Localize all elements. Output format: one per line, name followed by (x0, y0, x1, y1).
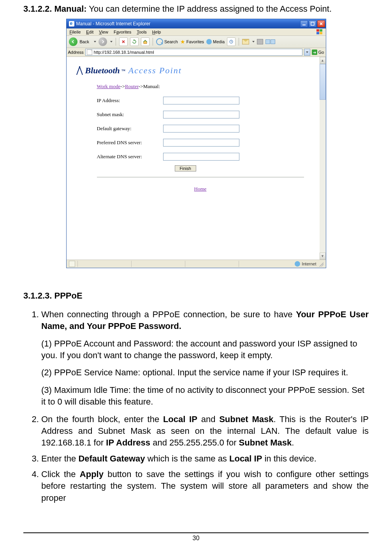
scroll-thumb[interactable] (320, 64, 326, 100)
search-label: Search (164, 39, 178, 44)
go-label: Go (318, 50, 324, 55)
heading-label: 3.1.2.2. Manual: (23, 4, 87, 14)
favorites-label: Favorites (186, 39, 204, 44)
address-dropdown-button[interactable] (304, 49, 310, 56)
scrollbar[interactable]: ▲ ▼ (320, 57, 326, 260)
back-label: Back (80, 39, 89, 44)
list-item: Click the Apply button to save the setti… (41, 468, 369, 504)
list-item: On the fourth block, enter the Local IP … (41, 414, 369, 449)
forward-dropdown-icon[interactable] (110, 41, 113, 42)
address-label: Address (68, 50, 84, 55)
forward-button[interactable] (98, 37, 107, 46)
windows-flag-icon (316, 29, 323, 35)
menu-file[interactable]: Fileiledocument.currentScript.previousEl… (70, 30, 81, 34)
brand-subtitle: Access Point (128, 65, 182, 76)
browser-viewport: Bluetooth™ Access Point Work mode->Route… (67, 57, 326, 260)
search-button[interactable]: Search (156, 38, 178, 45)
paragraph: (2) PPPoE Service Name: optional. Input … (41, 367, 369, 378)
stop-button[interactable] (119, 37, 128, 46)
status-done-icon (69, 261, 75, 267)
status-zone: Internet (302, 262, 316, 266)
menu-help[interactable]: Help (152, 30, 161, 34)
svg-rect-1 (311, 22, 314, 25)
back-button[interactable] (69, 37, 77, 46)
dns2-label: Alternate DNS server: (97, 154, 163, 160)
menu-view[interactable]: View (99, 30, 108, 34)
list-item: When connecting through a PPPoE connecti… (41, 309, 369, 332)
breadcrumb-router[interactable]: Router (125, 83, 139, 89)
window-titlebar: Manual - Microsoft Internet Explorer (67, 19, 326, 28)
toolbar: Back Search ★ Favorites Media (67, 36, 326, 48)
mail-dropdown-icon[interactable] (252, 41, 255, 42)
list-item: Enter the Default Gateway which is the s… (41, 453, 369, 465)
ordered-list: On the fourth block, enter the Local IP … (23, 414, 369, 504)
page-number: 30 (193, 535, 200, 541)
address-field[interactable]: http://192.168.18.1/manual.html (85, 49, 302, 56)
address-value: http://192.168.18.1/manual.html (94, 50, 301, 55)
minimize-button[interactable] (300, 20, 308, 27)
home-link[interactable]: Home (194, 186, 207, 192)
favorites-button[interactable]: ★ Favorites (180, 39, 204, 45)
gateway-input[interactable] (163, 125, 239, 133)
scroll-down-button[interactable]: ▼ (320, 253, 326, 260)
separator (239, 38, 239, 46)
media-button[interactable]: Media (206, 39, 225, 44)
dns2-input[interactable] (163, 153, 239, 161)
media-icon (206, 39, 212, 44)
ie-window: Manual - Microsoft Internet Explorer Fil… (66, 19, 326, 268)
mail-button[interactable] (242, 39, 249, 44)
subnet-input[interactable] (163, 111, 239, 118)
ip-input[interactable] (163, 97, 239, 104)
home-button[interactable] (141, 37, 149, 46)
go-button[interactable]: ➜ Go (312, 49, 324, 55)
internet-zone-icon (295, 261, 300, 267)
print-button[interactable] (257, 39, 263, 44)
separator (153, 38, 153, 46)
separator (116, 38, 116, 46)
addressbar: Address http://192.168.18.1/manual.html … (67, 48, 326, 57)
breadcrumb-current: Manual: (143, 83, 160, 89)
ip-label: IP Address: (97, 97, 163, 104)
history-button[interactable] (227, 37, 236, 46)
gateway-label: Default gateway: (97, 126, 163, 132)
breadcrumb-workmode[interactable]: Work mode (97, 83, 121, 89)
back-dropdown-icon[interactable] (94, 41, 96, 42)
search-icon (156, 38, 163, 45)
subsection-heading: 3.1.2.3. PPPoE (23, 291, 369, 301)
maximize-button[interactable] (309, 20, 316, 27)
menu-edit[interactable]: Edit (86, 30, 93, 34)
dns1-input[interactable] (163, 139, 239, 147)
media-label: Media (213, 39, 225, 44)
svg-rect-0 (302, 25, 306, 25)
go-arrow-icon: ➜ (312, 49, 317, 55)
menu-favorites[interactable]: Favorites (114, 30, 131, 34)
page-footer: 30 (0, 532, 392, 542)
heading-text: You can determine the IP address assigne… (87, 4, 332, 14)
breadcrumb: Work mode->Router->Manual: (97, 80, 304, 95)
brand-text: Bluetooth (85, 65, 120, 76)
scroll-up-button[interactable]: ▲ (320, 57, 326, 64)
section-heading: 3.1.2.2. Manual: You can determine the I… (23, 4, 369, 14)
page-icon (87, 49, 92, 55)
paragraph: (3) Maximum Idle Time: the time of no ac… (41, 384, 369, 408)
paragraph: (1) PPPoE Account and Password: the acco… (41, 338, 369, 362)
menubar: Fileiledocument.currentScript.previousEl… (67, 28, 326, 36)
edit-button[interactable] (265, 39, 275, 44)
ie-icon (69, 21, 74, 27)
star-icon: ★ (180, 39, 185, 45)
refresh-button[interactable] (130, 37, 139, 46)
subnet-label: Subnet mask: (97, 111, 163, 118)
menu-tools[interactable]: Tools (137, 30, 147, 34)
close-button[interactable] (317, 20, 325, 27)
ordered-list: When connecting through a PPPoE connecti… (23, 309, 369, 332)
finish-button[interactable]: Finish (175, 165, 196, 171)
bluetooth-icon (77, 66, 84, 75)
page-logo: Bluetooth™ Access Point (67, 57, 320, 80)
divider (97, 177, 304, 177)
resize-grip-icon (318, 261, 323, 267)
dns1-label: Preferred DNS server: (97, 140, 163, 146)
statusbar: Internet (67, 260, 326, 268)
window-title: Manual - Microsoft Internet Explorer (76, 21, 151, 27)
